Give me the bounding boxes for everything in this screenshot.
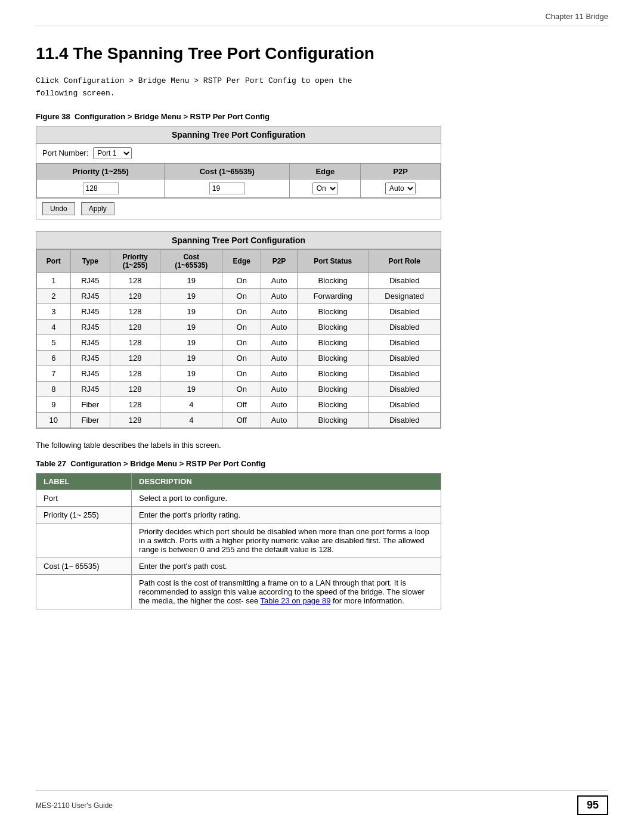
stp-data-section: Spanning Tree Port Configuration Port Ty… xyxy=(36,231,441,429)
desc-label: Priority (1~ 255) xyxy=(36,506,132,523)
cell-cost: 19 xyxy=(160,304,222,319)
col-cost-header: Cost (1~65535) xyxy=(165,163,290,179)
footer-right: 95 xyxy=(577,795,608,815)
cell-edge: On xyxy=(222,366,261,381)
cell-port: 5 xyxy=(37,335,71,350)
table-row: 5RJ4512819OnAutoBlockingDisabled xyxy=(37,335,441,350)
config-form-title: Spanning Tree Port Configuration xyxy=(36,126,441,144)
cell-priority: 128 xyxy=(110,366,160,381)
port-number-select[interactable]: Port 1 Port 2 Port 3 Port 4 Port 5 Port … xyxy=(93,147,132,159)
button-row: Undo Apply xyxy=(36,198,441,219)
desc-label xyxy=(36,523,132,558)
cell-p2p: Auto xyxy=(261,397,298,412)
footer: MES-2110 User's Guide 95 xyxy=(36,790,608,815)
cell-priority: 128 xyxy=(110,381,160,397)
cell-port_status: Blocking xyxy=(297,366,368,381)
desc-label: Port xyxy=(36,490,132,506)
cell-type: Fiber xyxy=(70,397,110,412)
cell-port: 1 xyxy=(37,272,71,288)
cell-port: 2 xyxy=(37,288,71,304)
config-form-table: Spanning Tree Port Configuration Port Nu… xyxy=(36,126,441,219)
port-number-row: Port Number: Port 1 Port 2 Port 3 Port 4… xyxy=(36,144,441,163)
cell-port: 6 xyxy=(37,350,71,366)
table-row: 10Fiber1284OffAutoBlockingDisabled xyxy=(37,412,441,428)
stp-col-status: Port Status xyxy=(297,249,368,272)
cell-priority: 128 xyxy=(110,319,160,335)
cell-cost: 19 xyxy=(160,350,222,366)
cell-p2p: Auto xyxy=(261,350,298,366)
priority-input[interactable] xyxy=(83,182,119,194)
cost-input[interactable] xyxy=(209,182,245,194)
cell-port_status: Blocking xyxy=(297,335,368,350)
edge-select[interactable]: On Off xyxy=(312,182,338,194)
cell-cost: 19 xyxy=(160,335,222,350)
port-number-label: Port Number: xyxy=(42,148,88,157)
cell-priority: 128 xyxy=(110,304,160,319)
cell-port_status: Forwarding xyxy=(297,288,368,304)
stp-col-port: Port xyxy=(37,249,71,272)
cell-type: RJ45 xyxy=(70,366,110,381)
following-text: The following table describes the labels… xyxy=(36,441,608,450)
cell-type: RJ45 xyxy=(70,350,110,366)
cell-priority: 128 xyxy=(110,412,160,428)
cell-type: Fiber xyxy=(70,412,110,428)
list-item: PortSelect a port to configure. xyxy=(36,490,441,506)
page-title: 11.4 The Spanning Tree Port Configuratio… xyxy=(36,44,608,63)
cell-port: 8 xyxy=(37,381,71,397)
cell-priority: 128 xyxy=(110,350,160,366)
cell-port: 10 xyxy=(37,412,71,428)
cell-p2p: Auto xyxy=(261,304,298,319)
stp-data-table: Port Type Priority(1~255) Cost(1~65535) … xyxy=(36,249,441,428)
list-item: Path cost is the cost of transmitting a … xyxy=(36,574,441,609)
desc-description: Enter the port's path cost. xyxy=(132,558,441,574)
stp-col-cost: Cost(1~65535) xyxy=(160,249,222,272)
cell-type: RJ45 xyxy=(70,319,110,335)
list-item: Priority decides which port should be di… xyxy=(36,523,441,558)
stp-col-type: Type xyxy=(70,249,110,272)
stp-col-p2p: P2P xyxy=(261,249,298,272)
cell-cost: 4 xyxy=(160,397,222,412)
cell-port_status: Blocking xyxy=(297,350,368,366)
cell-type: RJ45 xyxy=(70,288,110,304)
cell-edge: On xyxy=(222,381,261,397)
table-row: 7RJ4512819OnAutoBlockingDisabled xyxy=(37,366,441,381)
cell-p2p: Auto xyxy=(261,319,298,335)
cell-p2p: Auto xyxy=(261,366,298,381)
table-row: 8RJ4512819OnAutoBlockingDisabled xyxy=(37,381,441,397)
table-link[interactable]: Table 23 on page 89 xyxy=(261,596,331,605)
cell-type: RJ45 xyxy=(70,381,110,397)
cell-edge: On xyxy=(222,288,261,304)
cell-port_status: Blocking xyxy=(297,397,368,412)
cell-port_role: Disabled xyxy=(369,350,441,366)
cell-edge: Off xyxy=(222,397,261,412)
cell-port_status: Blocking xyxy=(297,381,368,397)
cell-port_role: Disabled xyxy=(369,319,441,335)
col-priority-header: Priority (1~255) xyxy=(37,163,165,179)
cell-priority: 128 xyxy=(110,272,160,288)
cell-cost: 19 xyxy=(160,272,222,288)
cell-port_role: Disabled xyxy=(369,304,441,319)
stp-col-role: Port Role xyxy=(369,249,441,272)
chapter-label: Chapter 11 Bridge xyxy=(545,12,608,21)
stp-section-title: Spanning Tree Port Configuration xyxy=(36,232,441,249)
cell-p2p: Auto xyxy=(261,288,298,304)
desc-table: LABEL DESCRIPTION PortSelect a port to c… xyxy=(36,473,441,609)
undo-button[interactable]: Undo xyxy=(42,202,75,215)
cell-type: RJ45 xyxy=(70,335,110,350)
list-item: Priority (1~ 255)Enter the port's priori… xyxy=(36,506,441,523)
intro-text: Click Configuration > Bridge Menu > RSTP… xyxy=(36,75,608,100)
cell-edge: On xyxy=(222,335,261,350)
col-edge-header: Edge xyxy=(290,163,361,179)
cell-cost: 19 xyxy=(160,319,222,335)
cell-cost: 4 xyxy=(160,412,222,428)
p2p-select[interactable]: Auto On Off xyxy=(385,182,416,194)
priority-cell xyxy=(37,179,165,197)
apply-button[interactable]: Apply xyxy=(81,202,114,215)
table-row: 6RJ4512819OnAutoBlockingDisabled xyxy=(37,350,441,366)
desc-description: Enter the port's priority rating. xyxy=(132,506,441,523)
col-p2p-header: P2P xyxy=(361,163,441,179)
table-row: 3RJ4512819OnAutoBlockingDisabled xyxy=(37,304,441,319)
cell-p2p: Auto xyxy=(261,381,298,397)
cell-p2p: Auto xyxy=(261,412,298,428)
cell-edge: On xyxy=(222,350,261,366)
